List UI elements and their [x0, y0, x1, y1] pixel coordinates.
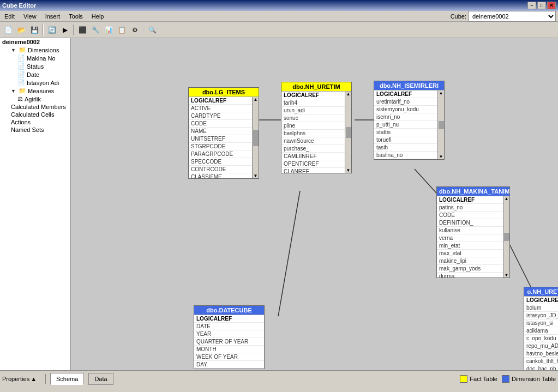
table-row: LOGICALREF	[281, 92, 351, 99]
tab-data[interactable]: Data	[88, 373, 113, 385]
tree-measures[interactable]: ▼ 📁 Measures	[9, 87, 70, 95]
tree-dimensions[interactable]: ▼ 📁 Dimensions	[9, 46, 70, 54]
table-nh-uretim[interactable]: dbo.NH_URETIM LOGICALREF tarih4 urun_adi…	[281, 82, 352, 173]
toolbar-btn7[interactable]: 🔧	[89, 24, 101, 36]
table-row: isemri_no	[374, 113, 444, 121]
menu-view[interactable]: View	[21, 12, 39, 21]
tab-schema[interactable]: Schema	[50, 373, 84, 385]
table-row: stattis	[374, 129, 444, 136]
tree-actions[interactable]: Actions	[9, 118, 70, 126]
table-row: tasih	[374, 144, 444, 152]
table-row: min_etat	[437, 242, 509, 250]
table-row: WEEK OF YEAR	[194, 353, 264, 361]
table-nh-makina-tanim[interactable]: dbo.NH_MAKINA_TANIM LOGICALREF patins_no…	[436, 186, 510, 278]
tree-calc-cells[interactable]: Calculated Cells	[9, 111, 70, 118]
legend-dim: Dimension Table	[502, 375, 556, 383]
scroll-thumb[interactable]	[439, 121, 444, 129]
tree-makina-no[interactable]: 📄 Makina No	[15, 54, 70, 62]
table-row: CLASSIFME	[189, 173, 259, 178]
menu-edit[interactable]: Edit	[2, 12, 17, 21]
table-row: aciklama	[524, 327, 558, 335]
toolbar-btn10[interactable]: ⚙	[129, 24, 141, 36]
table-row: sonuc	[281, 114, 351, 122]
table-row: c_opo_kodu	[524, 335, 558, 342]
scroll-up[interactable]: ▲	[253, 97, 259, 102]
scrollbar[interactable]: ▲ ▼	[437, 91, 444, 159]
menu-tools[interactable]: Tools	[67, 12, 85, 21]
legend-fact-label: Fact Table	[470, 376, 497, 382]
scroll-thumb[interactable]	[253, 130, 259, 146]
svg-line-4	[507, 240, 532, 289]
restore-button[interactable]: □	[537, 2, 546, 9]
scroll-up[interactable]: ▲	[345, 92, 351, 97]
table-row: OPENTICREF	[281, 160, 351, 168]
toolbar-btn11[interactable]: 🔍	[146, 24, 158, 36]
toolbar-btn9[interactable]: 📋	[116, 24, 128, 36]
title-bar: Cube Editor − □ ✕	[0, 0, 558, 11]
table-row: max_etat	[437, 250, 509, 257]
schema-canvas[interactable]: dbo.LG_ITEMS LOGICALREF ACTIVE CARDTYPE …	[71, 38, 558, 370]
toolbar-btn4[interactable]: 🔄	[46, 24, 58, 36]
table-row: pline	[281, 122, 351, 130]
measures-folder-icon: 📁	[19, 87, 26, 94]
tree-root[interactable]: deineme0002	[0, 38, 70, 46]
table-nh-makina-tanim-body: LOGICALREF patins_no CODE DEFINITION_ ku…	[437, 196, 509, 278]
cube-select[interactable]: deineme0002	[469, 11, 556, 22]
scroll-down[interactable]: ▼	[345, 168, 351, 173]
tree-named-sets-label: Named Sets	[11, 126, 44, 133]
scroll-down[interactable]: ▼	[253, 173, 259, 178]
scrollbar[interactable]: ▲ ▼	[345, 92, 351, 173]
table-row: CARDTYPE	[189, 112, 259, 120]
tree-root-label: deineme0002	[2, 39, 40, 45]
tree-agirlik[interactable]: ⚖ Agirlik	[15, 95, 70, 103]
table-lg-items-header: dbo.LG_ITEMS	[189, 88, 259, 97]
table-row: LOGICALREF	[189, 97, 259, 105]
properties-label: Properties	[2, 376, 29, 382]
tree-date[interactable]: 📄 Date	[15, 70, 70, 79]
agirlik-icon: ⚖	[17, 95, 23, 102]
toolbar-new[interactable]: 📄	[2, 24, 14, 36]
tree-measures-label: Measures	[28, 88, 54, 94]
tree-status[interactable]: 📄 Status	[15, 62, 70, 70]
scroll-up[interactable]: ▲	[503, 196, 509, 201]
toolbar-btn6[interactable]: ⬛	[76, 24, 88, 36]
table-nh-uretim-bollum[interactable]: o.NH_URETIM_BOLLUM LOGICALREF bolum ista…	[524, 287, 558, 370]
legend-fact: Fact Table	[460, 375, 497, 383]
toolbar-btn8[interactable]: 📊	[103, 24, 115, 36]
scrollbar[interactable]: ▲ ▼	[252, 97, 259, 178]
scroll-up[interactable]: ▲	[438, 91, 444, 95]
menu-help[interactable]: Help	[89, 12, 106, 21]
table-lg-items[interactable]: dbo.LG_ITEMS LOGICALREF ACTIVE CARDTYPE …	[188, 87, 259, 179]
tree-istasyon[interactable]: 📄 Istasyon Adi	[15, 79, 70, 87]
properties-toggle[interactable]: Properties ▲	[2, 376, 37, 382]
tree-actions-label: Actions	[11, 119, 31, 125]
toolbar-sep1	[43, 25, 44, 35]
close-button[interactable]: ✕	[547, 2, 556, 9]
toolbar-sep3	[143, 25, 144, 35]
legend-fact-box	[460, 375, 467, 383]
toolbar-btn5[interactable]: ▶	[59, 24, 71, 36]
status-icon: 📄	[17, 63, 25, 70]
table-row: NAME	[189, 128, 259, 135]
table-row: patins_no	[437, 204, 509, 212]
table-row: SPECCODE	[189, 158, 259, 166]
table-nh-isemirleri[interactable]: dbo.NH_ISEMIRLERI LOGICALREF uretimtarif…	[374, 81, 445, 160]
toolbar: 📄 📂 💾 🔄 ▶ ⬛ 🔧 📊 📋 ⚙ 🔍	[0, 22, 558, 38]
scroll-down[interactable]: ▼	[503, 273, 509, 278]
table-datecube[interactable]: dbo.DATECUBE LOGICALREF DATE YEAR QUARTE…	[194, 305, 265, 369]
scroll-thumb[interactable]	[346, 127, 351, 138]
minimize-button[interactable]: −	[527, 2, 536, 9]
scrollbar[interactable]: ▲ ▼	[503, 196, 509, 278]
tree-calc-members-label: Calculated Members	[11, 104, 66, 110]
tree-calc-members[interactable]: Calculated Members	[9, 103, 70, 111]
tree-named-sets[interactable]: Named Sets	[9, 126, 70, 134]
scroll-down[interactable]: ▼	[438, 154, 444, 159]
istasyon-icon: 📄	[17, 79, 25, 86]
toolbar-open[interactable]: 📂	[15, 24, 27, 36]
toolbar-save[interactable]: 💾	[28, 24, 40, 36]
table-row: QUARTER OF YEAR	[194, 338, 264, 346]
table-row: bolum	[524, 304, 558, 312]
scroll-thumb[interactable]	[504, 233, 509, 241]
table-row: toruefi	[374, 136, 444, 144]
menu-insert[interactable]: Insert	[43, 12, 63, 21]
